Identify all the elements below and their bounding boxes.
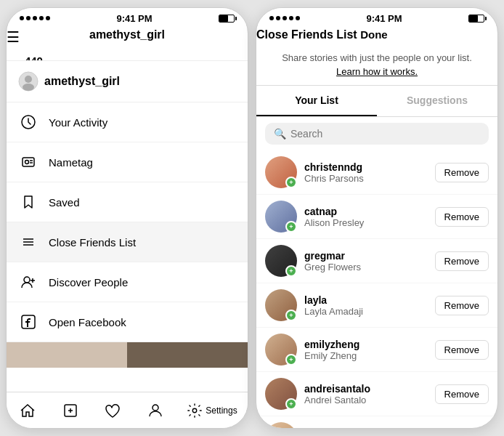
friend-username: christenndg xyxy=(304,161,435,173)
friend-item: +andreisantaloAndrei SantaloRemove xyxy=(256,372,497,416)
friend-name: Emily Zheng xyxy=(304,350,435,361)
phone-left: 9:41 PM ☰ amethyst_girl 440 following xyxy=(6,7,248,429)
settings-tab[interactable]: Settings xyxy=(187,403,237,419)
friend-name: Andrei Santalo xyxy=(304,395,435,405)
friend-name: Chris Parsons xyxy=(304,173,435,184)
remove-button[interactable]: Remove xyxy=(435,207,489,227)
menu-label-saved: Saved xyxy=(49,196,80,209)
avatar-wrap: + xyxy=(265,201,297,233)
remove-button[interactable]: Remove xyxy=(435,251,489,271)
friend-info: chchoitoiChristine Choi xyxy=(304,427,435,428)
friend-username: catnap xyxy=(304,206,435,217)
status-bar-right: 9:41 PM xyxy=(256,8,497,28)
svg-point-2 xyxy=(23,84,34,91)
avatar-wrap: + xyxy=(265,245,297,277)
top-bar-left: ☰ amethyst_girl xyxy=(7,28,248,46)
avatar-icon xyxy=(18,71,38,92)
remove-button[interactable]: Remove xyxy=(435,163,489,182)
profile-tab[interactable] xyxy=(145,400,166,421)
heart-tab[interactable] xyxy=(102,400,123,421)
green-badge: + xyxy=(285,177,297,188)
learn-more-link[interactable]: Learn how it works. xyxy=(336,66,418,77)
friend-item: +emilyzhengEmily ZhengRemove xyxy=(256,328,497,372)
svg-point-11 xyxy=(24,277,30,283)
friends-list: +christenndgChris ParsonsRemove+catnapAl… xyxy=(256,150,497,428)
menu-item-close-friends[interactable]: Close Friends List xyxy=(7,222,248,262)
friend-item: +catnapAlison PresleyRemove xyxy=(256,195,497,239)
avatar-wrap: + xyxy=(265,422,297,428)
bottom-tabs: Settings xyxy=(7,392,248,428)
friend-item: +gregmarGreg FlowersRemove xyxy=(256,239,497,283)
friend-item: +chchoitoiChristine ChoiRemove xyxy=(256,416,497,428)
bookmark-icon xyxy=(18,192,38,212)
remove-button[interactable]: Remove xyxy=(435,296,489,315)
friend-item: +laylaLayla AmadajiRemove xyxy=(256,283,497,328)
tab-your-list[interactable]: Your List xyxy=(256,86,377,116)
done-button[interactable]: Done xyxy=(360,28,388,41)
menu-label-discover: Discover People xyxy=(49,276,128,288)
upload-tab[interactable] xyxy=(60,400,81,421)
status-right-right xyxy=(468,15,484,23)
menu-label-close-friends: Close Friends List xyxy=(49,236,136,249)
menu-label-activity: Your Activity xyxy=(49,116,107,129)
friend-username: emilyzheng xyxy=(304,339,435,350)
remove-button[interactable]: Remove xyxy=(435,384,489,404)
home-tab[interactable] xyxy=(17,400,38,421)
menu-item-facebook[interactable]: Open Facebook xyxy=(7,302,248,342)
friend-username: gregmar xyxy=(304,250,435,262)
menu-label-nametag: Nametag xyxy=(49,156,93,169)
clock-icon xyxy=(18,112,38,132)
menu-item-saved[interactable]: Saved xyxy=(7,182,248,222)
svg-point-18 xyxy=(153,405,158,411)
list-tabs: Your List Suggestions xyxy=(256,86,497,117)
status-right-left xyxy=(219,15,235,23)
menu-item-activity[interactable]: Your Activity xyxy=(7,102,248,142)
settings-label: Settings xyxy=(206,405,237,416)
menu-label-facebook: Open Facebook xyxy=(49,316,126,328)
subtitle-area: Share stories with just the people on yo… xyxy=(256,41,497,86)
green-badge: + xyxy=(285,354,297,366)
menu-username: amethyst_girl xyxy=(44,75,120,88)
friend-username: andreisantalo xyxy=(304,383,435,395)
nametag-icon xyxy=(18,152,38,172)
signal-dots-right xyxy=(269,16,300,20)
search-icon: 🔍 xyxy=(274,128,286,140)
subtitle-text: Share stories with just the people on yo… xyxy=(271,52,483,65)
top-bar-right: Close Friends List Done xyxy=(256,28,497,41)
friend-info: christenndgChris Parsons xyxy=(304,161,435,184)
svg-point-19 xyxy=(193,408,198,413)
search-bar: 🔍 xyxy=(265,123,489,145)
friend-username: layla xyxy=(304,294,435,306)
avatar-wrap: + xyxy=(265,378,297,410)
list-icon xyxy=(18,232,38,252)
avatar-wrap: + xyxy=(265,156,297,188)
menu-item-discover[interactable]: Discover People xyxy=(7,262,248,302)
green-badge: + xyxy=(285,310,297,321)
friend-name: Greg Flowers xyxy=(304,262,435,272)
friend-name: Alison Presley xyxy=(304,217,435,228)
tab-suggestions[interactable]: Suggestions xyxy=(377,86,497,116)
friend-info: emilyzhengEmily Zheng xyxy=(304,339,435,361)
friend-username: chchoitoi xyxy=(304,427,435,428)
hamburger-icon[interactable]: ☰ xyxy=(7,29,20,45)
battery-icon-right xyxy=(468,15,484,23)
menu-item-nametag[interactable]: Nametag xyxy=(7,142,248,182)
green-badge: + xyxy=(285,398,297,410)
green-badge: + xyxy=(285,221,297,233)
search-input[interactable] xyxy=(290,128,480,140)
battery-icon-left xyxy=(219,15,235,23)
friend-info: catnapAlison Presley xyxy=(304,206,435,228)
friend-info: gregmarGreg Flowers xyxy=(304,250,435,272)
person-plus-icon xyxy=(18,272,38,292)
menu-header: amethyst_girl xyxy=(7,61,248,102)
remove-button[interactable]: Remove xyxy=(435,340,489,360)
svg-point-1 xyxy=(25,76,32,83)
facebook-icon xyxy=(18,312,38,332)
avatar-circle xyxy=(265,422,297,428)
avatar-wrap: + xyxy=(265,289,297,321)
status-time-left: 9:41 PM xyxy=(116,13,152,24)
green-badge: + xyxy=(285,265,297,277)
status-bar-left: 9:41 PM xyxy=(7,8,248,28)
status-time-right: 9:41 PM xyxy=(366,13,402,24)
username-header: amethyst_girl xyxy=(89,28,165,41)
